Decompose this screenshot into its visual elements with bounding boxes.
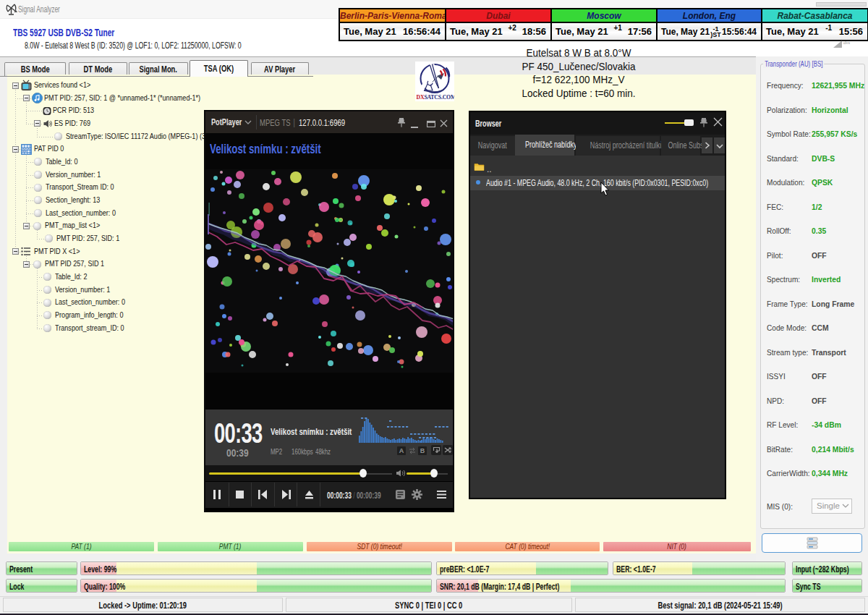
svg-text:DXSATCS.COM: DXSATCS.COM xyxy=(417,94,455,101)
svg-text:dxs: dxs xyxy=(843,41,850,45)
